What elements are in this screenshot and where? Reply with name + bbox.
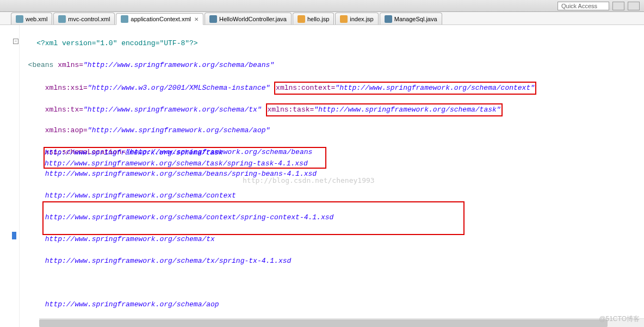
xsi-attr: xmlns:xsi= [45, 84, 88, 92]
scrollbar-thumb[interactable] [39, 319, 608, 327]
tab-label: ManageSql.java [394, 16, 437, 22]
tab-label: hello.jsp [307, 16, 329, 22]
xmlns-val: "http://www.springframework.org/schema/b… [83, 61, 274, 69]
tab-label: index.jsp [350, 16, 373, 22]
jsp-file-icon [298, 15, 305, 23]
context-ns-highlight: xmlns:context="http://www.springframewor… [274, 82, 536, 95]
beans-tag: <beans [28, 61, 54, 69]
top-toolbar: Quick Access [0, 0, 644, 12]
close-icon[interactable]: ✕ [194, 16, 199, 22]
code-area[interactable]: <?xml version="1.0" encoding="UTF-8"?> <… [20, 25, 644, 327]
tab-mvc-control-xml[interactable]: mvc-control.xml [53, 13, 115, 24]
xml-file-icon [58, 15, 66, 23]
tab-applicationContext-xml[interactable]: applicationContext.xml✕ [116, 13, 203, 25]
tab-label: mvc-control.xml [68, 16, 110, 22]
xml-declaration: <?xml version="1.0" encoding="UTF-8"?> [36, 39, 197, 47]
tab-ManageSql-java[interactable]: ManageSql.java [380, 13, 442, 24]
task-schema-lines: http://www.springframework.org/schema/ta… [45, 147, 308, 169]
tab-label: HelloWorldController.java [219, 16, 287, 22]
tab-hello-jsp[interactable]: hello.jsp [293, 13, 334, 24]
tab-web-xml[interactable]: web.xml [11, 13, 52, 24]
tab-label: applicationContext.xml [131, 16, 191, 22]
xmlns-attr: xmlns= [58, 61, 83, 69]
tx-attr: xmlns:tx= [45, 106, 83, 114]
aop-val: "http://www.springframework.org/schema/a… [88, 126, 270, 134]
sch-6: http://www.springframework.org/schema/tx… [45, 257, 291, 265]
sch-5: http://www.springframework.org/schema/tx [45, 235, 215, 243]
fold-toggle-icon[interactable]: − [13, 39, 18, 44]
sch-9: http://www.springframework.org/schema/ao… [45, 300, 219, 309]
perspective-button[interactable] [612, 2, 624, 10]
editor: − <?xml version="1.0" encoding="UTF-8"?>… [0, 25, 644, 327]
cursor-marker-icon [12, 232, 16, 239]
editor-tabs: web.xmlmvc-control.xmlapplicationContext… [0, 12, 644, 25]
java-file-icon [209, 15, 217, 23]
xsi-val: "http://www.w3.org/2001/XMLSchema-instan… [88, 84, 270, 92]
tab-index-jsp[interactable]: index.jsp [335, 13, 378, 24]
sch-3: http://www.springframework.org/schema/co… [45, 192, 236, 200]
aop-attr: xmlns:aop= [45, 126, 88, 134]
quick-access-box[interactable]: Quick Access [558, 2, 609, 10]
xml-file-icon [16, 15, 23, 23]
gutter: − [0, 25, 20, 327]
tx-val: "http://www.springframework.org/schema/t… [83, 106, 262, 114]
tab-HelloWorldController-java[interactable]: HelloWorldController.java [205, 13, 292, 24]
perspective-button-2[interactable] [628, 2, 640, 10]
horizontal-scrollbar[interactable] [39, 318, 644, 327]
task-ns-highlight: xmlns:task="http://www.springframework.o… [266, 103, 503, 116]
sch-2: http://www.springframework.org/schema/be… [45, 170, 317, 178]
java-file-icon [385, 15, 392, 23]
tab-label: web.xml [26, 16, 47, 22]
jsp-file-icon [340, 15, 348, 23]
xml-file-icon [121, 15, 128, 23]
config-block-highlight [42, 201, 465, 235]
